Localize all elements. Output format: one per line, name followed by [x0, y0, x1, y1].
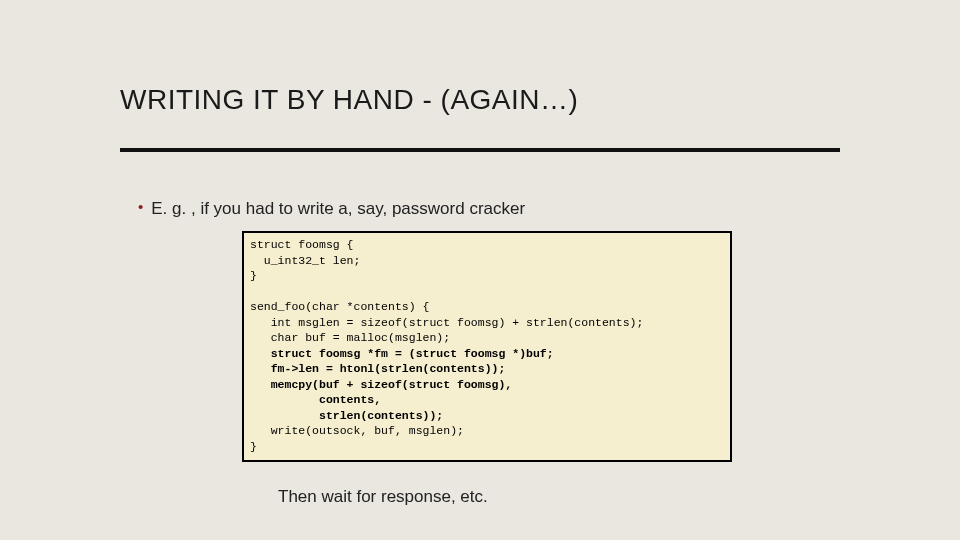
title-underline	[120, 148, 840, 152]
code-line: write(outsock, buf, msglen);	[250, 424, 464, 437]
code-line: }	[250, 440, 257, 453]
code-line-bold: fm->len = htonl(strlen(contents));	[250, 362, 505, 375]
slide: WRITING IT BY HAND - (AGAIN…) •E. g. , i…	[0, 0, 960, 540]
bullet-text: E. g. , if you had to write a, say, pass…	[151, 199, 525, 218]
bullet-dot-icon: •	[138, 198, 143, 215]
code-line: u_int32_t len;	[250, 254, 360, 267]
footnote-text: Then wait for response, etc.	[278, 487, 488, 507]
code-line: struct foomsg {	[250, 238, 354, 251]
code-line: }	[250, 269, 257, 282]
code-block: struct foomsg { u_int32_t len; } send_fo…	[242, 231, 732, 462]
code-line-bold: contents,	[250, 393, 381, 406]
code-line-bold: struct foomsg *fm = (struct foomsg *)buf…	[250, 347, 554, 360]
slide-title: WRITING IT BY HAND - (AGAIN…)	[120, 84, 578, 116]
code-line-bold: memcpy(buf + sizeof(struct foomsg),	[250, 378, 512, 391]
code-line: char buf = malloc(msglen);	[250, 331, 450, 344]
code-line: int msglen = sizeof(struct foomsg) + str…	[250, 316, 643, 329]
code-line: send_foo(char *contents) {	[250, 300, 429, 313]
code-line-bold: strlen(contents));	[250, 409, 443, 422]
bullet-line: •E. g. , if you had to write a, say, pas…	[138, 199, 525, 219]
